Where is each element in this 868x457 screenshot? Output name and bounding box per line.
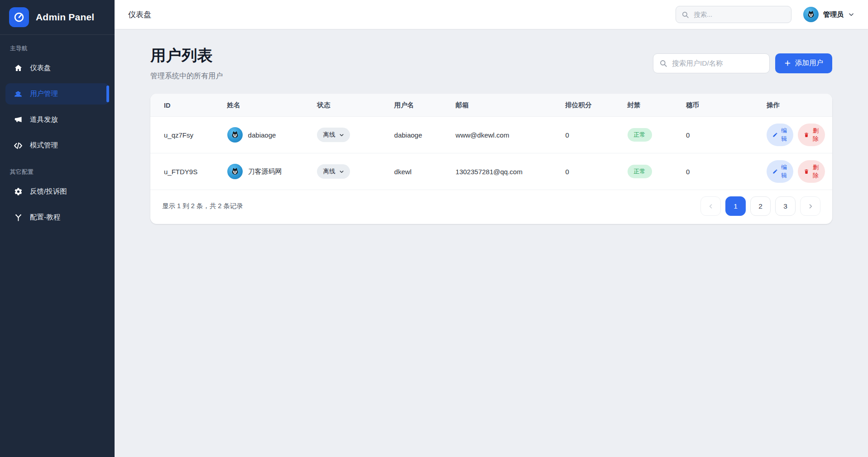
column-header-status: 状态 [310, 94, 387, 117]
delete-button[interactable]: 删除 [798, 124, 825, 146]
table-footer-text: 显示 1 到 2 条，共 2 条记录 [162, 202, 243, 210]
sidebar-item-dashboard[interactable]: 仪表盘 [5, 57, 109, 79]
status-value: 离线 [323, 131, 335, 139]
pencil-icon [772, 132, 778, 138]
status-select[interactable]: 离线 [317, 164, 350, 179]
username: dkewl [387, 153, 449, 190]
user-avatar [227, 164, 243, 179]
status-select[interactable]: 离线 [317, 128, 350, 142]
branch-icon [14, 213, 23, 222]
other-nav: 反馈/投诉图 配置-教程 [0, 179, 115, 230]
column-header-id: ID [150, 94, 220, 117]
pagination: 1 2 3 [700, 196, 820, 216]
user-avatar [227, 127, 243, 143]
sidebar-section-other: 其它配置 [0, 158, 115, 179]
sidebar-item-item-grant[interactable]: 道具发放 [5, 109, 109, 130]
row-actions: 编辑 删除 [767, 124, 825, 146]
sidebar-item-label: 配置-教程 [30, 213, 60, 222]
header-search-input[interactable] [694, 11, 786, 18]
column-header-rank: 排位积分 [558, 94, 620, 117]
column-header-actions: 操作 [759, 94, 832, 117]
user-id: u_qz7Fsy [150, 117, 220, 153]
avatar [803, 7, 819, 22]
column-header-username: 用户名 [387, 94, 449, 117]
chevron-right-icon [807, 203, 814, 209]
head-actions: 添加用户 [653, 53, 832, 73]
page-prev-button[interactable] [700, 196, 721, 216]
page-title: 用户列表 [150, 45, 223, 66]
users-card: ID 姓名 状态 用户名 邮箱 排位积分 封禁 穗币 操作 [150, 94, 832, 224]
sidebar-item-modes[interactable]: 模式管理 [5, 135, 109, 156]
page-subtitle: 管理系统中的所有用户 [150, 71, 223, 81]
users-table: ID 姓名 状态 用户名 邮箱 排位积分 封禁 穗币 操作 [150, 94, 832, 190]
delete-label: 删除 [812, 163, 819, 180]
page-button-1[interactable]: 1 [725, 196, 746, 216]
delete-label: 删除 [812, 127, 819, 143]
chevron-down-icon [848, 11, 854, 18]
user-display-name: dabiaoge [248, 131, 276, 139]
sidebar-item-label: 道具发放 [30, 115, 58, 124]
page-next-button[interactable] [800, 196, 820, 216]
page-head-titles: 用户列表 管理系统中的所有用户 [150, 45, 223, 81]
content: 用户列表 管理系统中的所有用户 添加用户 [115, 29, 868, 457]
plus-icon [784, 60, 791, 67]
gear-icon [14, 187, 23, 196]
app-root: Admin Panel 主导航 仪表盘 用户管理 道具发放 [0, 0, 868, 457]
sidebar-item-users[interactable]: 用户管理 [5, 83, 109, 105]
trash-icon [804, 132, 809, 138]
chevron-down-icon [339, 133, 344, 138]
gauge-logo-icon [9, 7, 29, 27]
table-footer: 显示 1 到 2 条，共 2 条记录 1 2 3 [150, 190, 832, 224]
name-cell: dabiaoge [227, 127, 303, 143]
page-button-2[interactable]: 2 [750, 196, 771, 216]
name-cell: 刀客源码网 [227, 164, 303, 179]
user-search [653, 53, 770, 73]
users-icon [14, 90, 23, 99]
table-row: u_FTDY9S 刀客源码网 [150, 153, 832, 190]
rank-points: 0 [558, 117, 620, 153]
user-id: u_FTDY9S [150, 153, 220, 190]
header-search [676, 6, 791, 23]
delete-button[interactable]: 删除 [798, 160, 825, 183]
add-user-button[interactable]: 添加用户 [775, 53, 832, 73]
home-icon [14, 64, 23, 73]
pencil-icon [772, 169, 778, 174]
main-nav: 仪表盘 用户管理 道具发放 模式管理 [0, 55, 115, 158]
user-menu[interactable]: 管理员 [803, 7, 854, 22]
brand: Admin Panel [0, 0, 115, 34]
page-button-3[interactable]: 3 [775, 196, 796, 216]
coins: 0 [679, 153, 759, 190]
edit-button[interactable]: 编辑 [767, 124, 794, 146]
brand-name: Admin Panel [36, 12, 94, 23]
sidebar-item-label: 仪表盘 [30, 63, 51, 73]
ban-status-badge: 正常 [628, 128, 652, 142]
rank-points: 0 [558, 153, 620, 190]
column-header-coins: 穗币 [679, 94, 759, 117]
sidebar-section-main: 主导航 [0, 35, 115, 55]
ban-status-badge: 正常 [628, 165, 652, 178]
code-icon [14, 141, 23, 150]
column-header-name: 姓名 [220, 94, 310, 117]
column-header-email: 邮箱 [448, 94, 558, 117]
table-row: u_qz7Fsy dabiaoge [150, 117, 832, 153]
sidebar-item-feedback[interactable]: 反馈/投诉图 [5, 181, 109, 202]
sidebar-item-label: 反馈/投诉图 [30, 187, 67, 196]
user-search-input[interactable] [672, 59, 763, 67]
chevron-down-icon [339, 169, 344, 174]
edit-button[interactable]: 编辑 [767, 160, 794, 183]
sidebar-item-label: 用户管理 [30, 89, 58, 99]
column-header-ban: 封禁 [620, 94, 679, 117]
sidebar: Admin Panel 主导航 仪表盘 用户管理 道具发放 [0, 0, 115, 457]
status-value: 离线 [323, 167, 335, 176]
username: dabiaoge [387, 117, 449, 153]
add-user-label: 添加用户 [795, 58, 823, 68]
sidebar-item-config-tutorial[interactable]: 配置-教程 [5, 207, 109, 228]
chevron-left-icon [708, 203, 714, 209]
search-icon [659, 59, 667, 67]
edit-label: 编辑 [781, 127, 788, 143]
email: 1302357281@qq.com [448, 153, 558, 190]
megaphone-icon [14, 115, 23, 124]
coins: 0 [679, 117, 759, 153]
main-area: 仪表盘 管理员 用户列表 管理系统中的所 [115, 0, 868, 457]
user-name: 管理员 [823, 10, 844, 19]
